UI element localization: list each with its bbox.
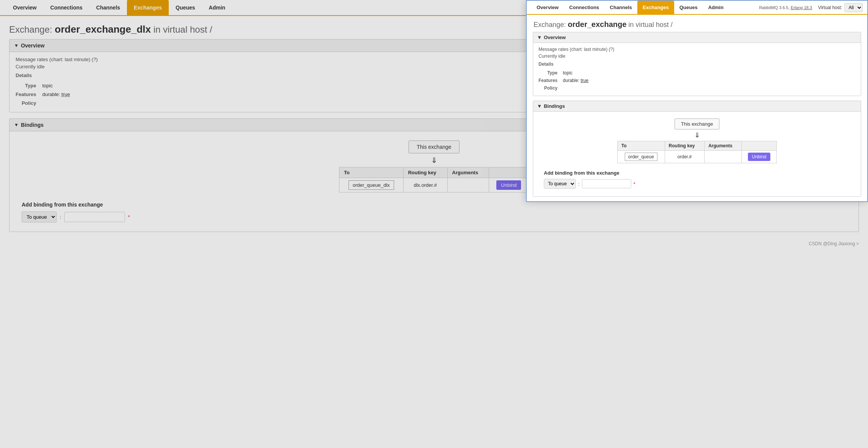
modal-features-true: true (581, 78, 589, 83)
modal-type-label: Type (539, 69, 563, 77)
modal-nav-connections[interactable]: Connections (564, 1, 605, 14)
modal-add-binding-title: Add binding from this exchange (544, 170, 850, 176)
modal-window: Overview Connections Channels Exchanges … (526, 0, 868, 202)
modal-nav-exchanges[interactable]: Exchanges (637, 1, 674, 14)
modal-title-suffix: in virtual host / (629, 21, 673, 28)
modal-bindings-header[interactable]: ▼ Bindings (533, 101, 861, 112)
modal-unbind-cell: Unbind (742, 151, 777, 163)
modal-arguments-cell (704, 151, 741, 163)
modal-required-star: * (634, 181, 635, 187)
modal-nav-queues[interactable]: Queues (674, 1, 703, 14)
modal-features-label: Features (539, 77, 563, 84)
modal-overview-section: ▼ Overview Message rates (chart: last mi… (533, 32, 861, 96)
modal-page-title: Exchange: order_exchange in virtual host… (527, 15, 867, 32)
modal-policy-value (563, 84, 592, 92)
modal-col-to: To (618, 141, 665, 151)
modal-this-exchange-box: This exchange (675, 118, 720, 129)
modal-details-table: Type topic Features durable: true Policy (539, 69, 592, 92)
modal-exchange-name: order_exchange (568, 20, 627, 28)
modal-to-queue-select[interactable]: To queue (544, 179, 576, 189)
modal-nav-channels[interactable]: Channels (605, 1, 638, 14)
modal-version-info: RabbitMQ 3.6.5, Erlang 18.3 (759, 5, 812, 10)
modal-col-arguments: Arguments (704, 141, 741, 151)
modal-bindings-table: To Routing key Arguments order_queue (617, 141, 777, 163)
modal-bindings-center: This exchange ⇓ To Routing key Arguments (539, 115, 855, 166)
modal-routing-key-cell: order.# (665, 151, 704, 163)
modal-bindings-title: Bindings (544, 103, 565, 109)
modal-details-label: Details (539, 62, 553, 67)
modal-title-prefix: Exchange: (534, 21, 566, 28)
modal-overview-header[interactable]: ▼ Overview (533, 32, 861, 43)
modal-bindings-section: ▼ Bindings This exchange ⇓ To Routing ke… (533, 101, 861, 197)
modal-routing-key-input[interactable] (582, 179, 631, 188)
modal-col-action (742, 141, 777, 151)
modal-colon-sep: : (578, 181, 580, 187)
modal-overview-arrow: ▼ (537, 35, 542, 40)
modal-arrow-down-icon: ⇓ (539, 131, 855, 139)
modal-nav-overview[interactable]: Overview (531, 1, 564, 14)
modal-col-routing-key: Routing key (665, 141, 704, 151)
modal-nav-admin[interactable]: Admin (703, 1, 729, 14)
modal-type-value: topic (563, 69, 592, 77)
modal-vhost-label: Virtual host: (818, 5, 842, 10)
modal-add-binding-row: To queue : * (544, 179, 850, 189)
modal-queue-name: order_queue (625, 153, 657, 161)
modal-bindings-body: This exchange ⇓ To Routing key Arguments (533, 112, 861, 196)
modal-features-value: durable: true (563, 77, 592, 84)
modal-vhost-dropdown[interactable]: All (844, 3, 863, 12)
modal-vhost-selector: Virtual host: All (818, 3, 863, 12)
modal-unbind-button[interactable]: Unbind (748, 153, 770, 161)
overlay: Overview Connections Channels Exchanges … (0, 0, 868, 249)
modal-table-row: order_queue order.# Unbind (618, 151, 777, 163)
modal-binding-to-cell: order_queue (618, 151, 665, 163)
modal-nav: Overview Connections Channels Exchanges … (527, 1, 867, 15)
modal-idle-status: Currently idle (539, 54, 855, 59)
modal-message-rates[interactable]: Message rates (chart: last minute) (?) (539, 47, 855, 52)
modal-overview-body: Message rates (chart: last minute) (?) C… (533, 43, 861, 96)
modal-bindings-arrow: ▼ (537, 103, 542, 109)
modal-add-binding-section: Add binding from this exchange To queue … (539, 166, 855, 192)
modal-policy-label: Policy (539, 84, 563, 92)
modal-overview-title: Overview (544, 35, 566, 40)
